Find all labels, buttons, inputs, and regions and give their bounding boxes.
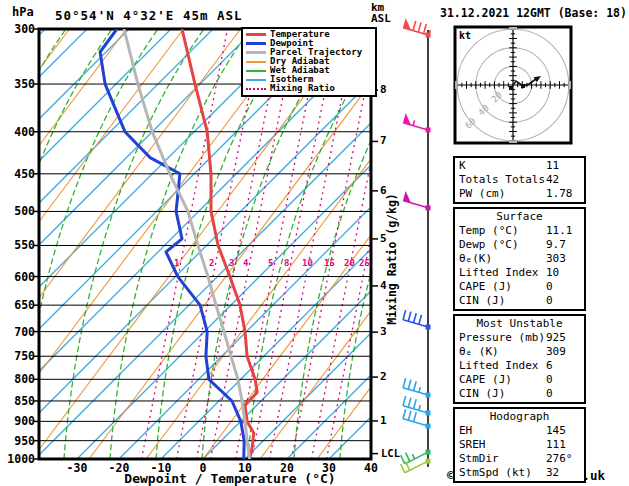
stats-row-label: SREH: [455, 438, 546, 452]
legend-swatch-icon: [246, 33, 266, 36]
mixing-ratio-tick-label: 25: [359, 258, 370, 268]
pressure-tick-label: 350: [6, 77, 35, 91]
altitude-axis-unit: km ASL: [371, 2, 391, 24]
stats-row-value: 145: [546, 424, 584, 438]
km-tick-label: 1: [380, 414, 387, 427]
pressure-tick-label: 600: [6, 270, 35, 284]
temp-tick-label: -20: [104, 461, 134, 475]
wind-barb: [403, 191, 430, 210]
stats-row: Pressure (mb)925: [455, 331, 584, 345]
dry-adiabat-line: [0, 29, 241, 459]
curve-dewpoint: [100, 29, 244, 459]
stats-row-value: 303: [546, 252, 584, 266]
legend-item-label: Mixing Ratio: [270, 84, 335, 93]
hodograph-unit-label: kt: [459, 30, 471, 41]
stats-row-value: 309: [546, 345, 584, 359]
legend-swatch-icon: [246, 70, 266, 72]
pressure-tick-label: 850: [6, 394, 35, 408]
stats-row-value: 0: [546, 294, 584, 308]
legend-swatch-icon: [246, 88, 266, 90]
wind-barb: [403, 378, 430, 397]
legend-swatch-icon: [246, 51, 266, 54]
stats-row: Lifted Index10: [455, 266, 584, 280]
pressure-tick-label: 550: [6, 238, 35, 252]
stats-row: CAPE (J)0: [455, 373, 584, 387]
stats-row-value: 1.78: [546, 187, 584, 201]
wind-barb-column: [401, 18, 431, 473]
stats-section-surface: SurfaceTemp (°C)11.1Dewp (°C)9.7θₑ(K)303…: [453, 207, 586, 311]
wind-barb: [403, 113, 430, 132]
legend-item: Mixing Ratio: [245, 84, 375, 93]
stats-row: Lifted Index6: [455, 359, 584, 373]
stats-row-value: 6: [546, 359, 584, 373]
skewt-sounding-app: 204060 hPa 50°54'N 4°32'E 45m ASL 31.12.…: [0, 0, 629, 486]
stats-row-value: 32: [546, 466, 584, 480]
stats-row-label: Dewp (°C): [455, 238, 546, 252]
pressure-tick-label: 300: [6, 22, 35, 36]
hodograph-canvas: 204060: [448, 20, 610, 150]
mixing-ratio-tick-label: 2: [209, 258, 214, 268]
lcl-label: LCL: [381, 447, 400, 459]
stats-row: EH145: [455, 424, 584, 438]
stats-row-label: Totals Totals: [455, 173, 546, 187]
km-tick-label: 3: [380, 325, 387, 338]
stats-row-label: StmSpd (kt): [455, 466, 546, 480]
stats-row-label: EH: [455, 424, 546, 438]
stats-row-label: Pressure (mb): [455, 331, 546, 345]
stats-row: CAPE (J)0: [455, 280, 584, 294]
temp-tick-label: 30: [314, 461, 344, 475]
temp-tick-label: 20: [272, 461, 302, 475]
mixing-ratio-tick-label: 10: [302, 258, 313, 268]
stats-section-indices: K11Totals Totals42PW (cm)1.78: [453, 156, 586, 204]
stats-row-value: 111: [546, 438, 584, 452]
km-tick-label: 6: [380, 184, 387, 197]
stats-row-label: StmDir: [455, 452, 546, 466]
pressure-tick-label: 900: [6, 414, 35, 428]
stats-row: Dewp (°C)9.7: [455, 238, 584, 252]
temp-tick-label: 40: [356, 461, 386, 475]
stats-row-label: K: [455, 159, 546, 173]
wind-barb: [403, 18, 430, 37]
stats-row-label: Lifted Index: [455, 266, 546, 280]
pressure-tick-label: 750: [6, 349, 35, 363]
temp-tick-label: 0: [188, 461, 218, 475]
stats-row-value: 9.7: [546, 238, 584, 252]
pressure-tick-label: 400: [6, 125, 35, 139]
pressure-tick-label: 950: [6, 434, 35, 448]
wind-barb: [403, 310, 430, 329]
mixing-ratio-tick-label: 3: [229, 258, 234, 268]
wet-adiabat-line: [110, 29, 250, 459]
stats-row: CIN (J)0: [455, 294, 584, 308]
stats-row: CIN (J)0: [455, 387, 584, 401]
pressure-tick-label: 450: [6, 167, 35, 181]
stats-row: SREH111: [455, 438, 584, 452]
temp-tick-label: -30: [62, 461, 92, 475]
pressure-tick-label: 800: [6, 372, 35, 386]
pressure-tick-label: 500: [6, 204, 35, 218]
stats-section-title: Hodograph: [455, 410, 584, 424]
stats-row-label: CAPE (J): [455, 280, 546, 294]
stats-row-value: 925: [546, 331, 584, 345]
stats-row-value: 10: [546, 266, 584, 280]
stats-row-label: θₑ(K): [455, 252, 546, 266]
station-title: 50°54'N 4°32'E 45m ASL: [55, 8, 243, 23]
stats-row-value: 11: [546, 159, 584, 173]
mixing-ratio-tick-label: 4: [243, 258, 248, 268]
km-tick-label: 2: [380, 370, 387, 383]
stats-row: Temp (°C)11.1: [455, 224, 584, 238]
mixing-ratio-axis-label: Mixing Ratio (g/kg): [385, 166, 399, 352]
legend-swatch-icon: [246, 42, 266, 45]
stats-row-label: CIN (J): [455, 294, 546, 308]
mixing-ratio-line: [142, 29, 228, 459]
stats-row-label: CIN (J): [455, 387, 546, 401]
mixing-ratio-tick-label: 20: [344, 258, 355, 268]
stats-row: θₑ (K)309: [455, 345, 584, 359]
pressure-tick-label: 700: [6, 325, 35, 339]
km-tick-label: 7: [380, 134, 387, 147]
stats-row-value: 42: [546, 173, 584, 187]
stats-row: PW (cm)1.78: [455, 187, 584, 201]
mixing-ratio-tick-label: 15: [324, 258, 335, 268]
stats-row-value: 0: [546, 280, 584, 294]
stats-row: StmSpd (kt)32: [455, 466, 584, 480]
curve-parcel-trajectory: [124, 29, 250, 459]
